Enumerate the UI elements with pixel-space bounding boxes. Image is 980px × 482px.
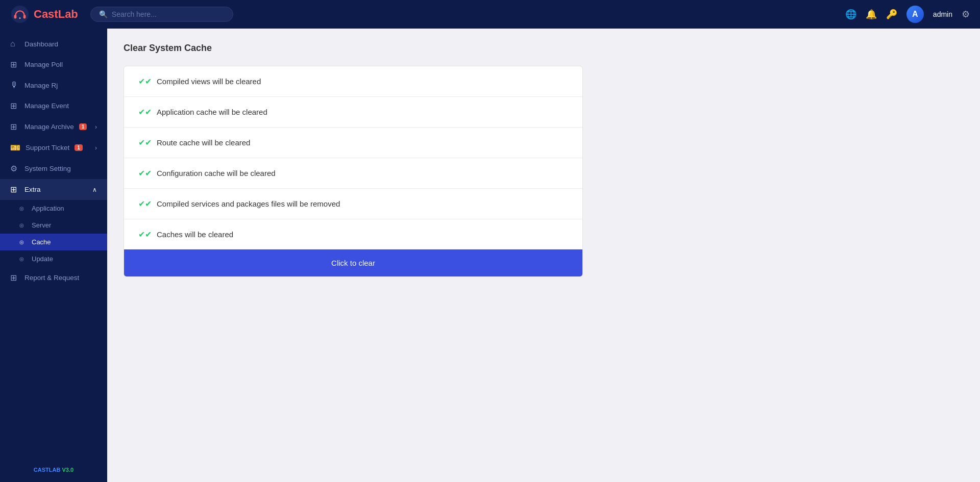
cache-item-route-cache: ✔✔ Route cache will be cleared — [124, 128, 582, 158]
cache-item-compiled-views: ✔✔ Compiled views will be cleared — [124, 66, 582, 97]
cache-item-compiled-services: ✔✔ Compiled services and packages files … — [124, 189, 582, 219]
cache-item-config-cache: ✔✔ Configuration cache will be cleared — [124, 158, 582, 189]
layout: ⌂ Dashboard ⊞ Manage Poll 🎙 Manage Rj ⊞ … — [0, 29, 980, 482]
brand-icon — [10, 5, 30, 24]
sidebar-item-system-setting[interactable]: ⚙ System Setting — [0, 158, 107, 179]
check-config-cache: ✔✔ — [138, 168, 152, 178]
sidebar-item-report-request[interactable]: ⊞ Report & Request — [0, 267, 107, 288]
sidebar-item-manage-rj[interactable]: 🎙 Manage Rj — [0, 75, 107, 95]
avatar[interactable]: A — [906, 6, 924, 23]
cache-item-caches: ✔✔ Caches will be cleared — [124, 219, 582, 249]
sidebar-item-manage-archive[interactable]: ⊞ Manage Archive 1 › — [0, 116, 107, 137]
extra-chevron: ∧ — [92, 186, 97, 193]
main-content: Clear System Cache ✔✔ Compiled views wil… — [107, 29, 980, 482]
brand-name: CastLab — [34, 8, 78, 21]
svg-rect-2 — [23, 15, 26, 19]
cache-card: ✔✔ Compiled views will be cleared ✔✔ App… — [124, 66, 583, 277]
application-dot: ◎ — [19, 206, 27, 211]
clear-cache-button[interactable]: Click to clear — [124, 249, 582, 276]
admin-name: admin — [933, 10, 952, 18]
poll-icon: ⊞ — [10, 60, 19, 69]
navbar-right: 🌐 🔔 🔑 A admin ⚙ — [845, 6, 970, 23]
sidebar-sub-update[interactable]: ◎ Update — [0, 250, 107, 267]
rj-icon: 🎙 — [10, 81, 19, 90]
footer-brand: CASTLAB V3.0 — [34, 467, 74, 473]
sidebar-sub-server[interactable]: ◎ Server — [0, 217, 107, 234]
search-icon: 🔍 — [99, 10, 108, 18]
cache-item-application-cache: ✔✔ Application cache will be cleared — [124, 97, 582, 128]
bell-icon[interactable]: 🔔 — [866, 9, 877, 20]
update-dot: ◎ — [19, 256, 27, 262]
sidebar-sub-cache[interactable]: ◎ Cache — [0, 234, 107, 250]
extra-icon: ⊞ — [10, 185, 19, 194]
sidebar-footer: CASTLAB V3.0 — [0, 456, 107, 482]
navbar: CastLab 🔍 🌐 🔔 🔑 A admin ⚙ — [0, 0, 980, 29]
check-route-cache: ✔✔ — [138, 138, 152, 147]
sidebar-item-support-ticket[interactable]: 🎫 Support Ticket 1 › — [0, 137, 107, 158]
archive-icon: ⊞ — [10, 122, 19, 132]
server-dot: ◎ — [19, 222, 27, 228]
search-box[interactable]: 🔍 — [90, 7, 233, 22]
setting-icon: ⚙ — [10, 164, 19, 173]
sidebar-item-extra[interactable]: ⊞ Extra ∧ — [0, 179, 107, 200]
report-icon: ⊞ — [10, 273, 19, 283]
globe-icon[interactable]: 🌐 — [845, 9, 856, 20]
svg-rect-1 — [14, 15, 17, 19]
search-input[interactable] — [112, 10, 225, 18]
dashboard-icon: ⌂ — [10, 39, 19, 48]
archive-chevron: › — [95, 123, 97, 131]
page-title: Clear System Cache — [124, 43, 964, 54]
sidebar-item-dashboard[interactable]: ⌂ Dashboard — [0, 34, 107, 54]
check-application-cache: ✔✔ — [138, 107, 152, 117]
key-icon[interactable]: 🔑 — [886, 9, 897, 20]
archive-badge: 1 — [79, 123, 87, 130]
sidebar-nav: ⌂ Dashboard ⊞ Manage Poll 🎙 Manage Rj ⊞ … — [0, 29, 107, 456]
sidebar-item-manage-poll[interactable]: ⊞ Manage Poll — [0, 54, 107, 75]
sidebar: ⌂ Dashboard ⊞ Manage Poll 🎙 Manage Rj ⊞ … — [0, 29, 107, 482]
check-compiled-views: ✔✔ — [138, 77, 152, 86]
cache-dot: ◎ — [19, 239, 27, 245]
brand-logo: CastLab — [10, 5, 78, 24]
ticket-chevron: › — [95, 144, 97, 151]
sidebar-sub-application[interactable]: ◎ Application — [0, 200, 107, 217]
ticket-icon: 🎫 — [10, 143, 20, 153]
sidebar-item-manage-event[interactable]: ⊞ Manage Event — [0, 95, 107, 116]
svg-point-0 — [11, 6, 29, 23]
check-compiled-services: ✔✔ — [138, 199, 152, 209]
check-caches: ✔✔ — [138, 230, 152, 239]
event-icon: ⊞ — [10, 101, 19, 111]
user-settings-icon[interactable]: ⚙ — [962, 9, 970, 20]
svg-point-3 — [19, 17, 21, 19]
ticket-badge: 1 — [75, 144, 83, 151]
